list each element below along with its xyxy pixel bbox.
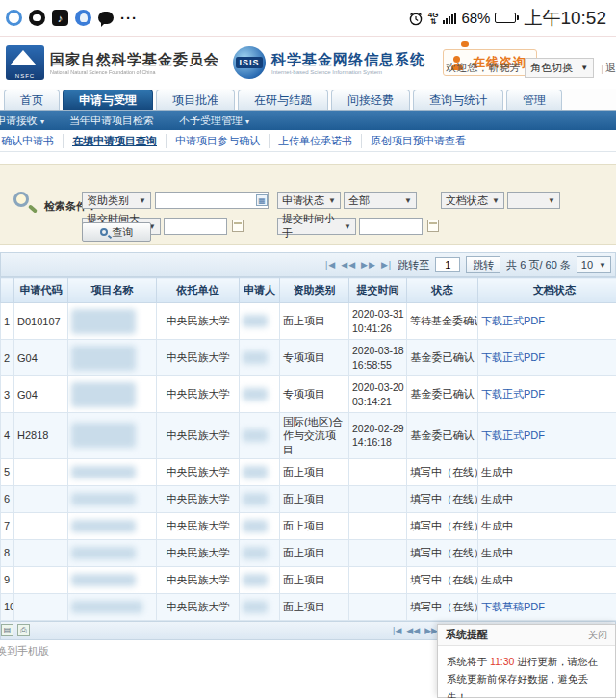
popup-close-button[interactable]: 关闭	[588, 629, 607, 642]
doc-status-cell[interactable]: 下载正式PDF	[478, 413, 616, 459]
status-cell: 基金委已确认	[407, 376, 478, 413]
subnav-current-year-search[interactable]: 当年申请项目检索	[69, 114, 154, 128]
applicant-cell	[240, 413, 280, 459]
doc-status-cell[interactable]: 下载正式PDF	[478, 303, 616, 340]
time-greater-input[interactable]	[164, 218, 227, 235]
apply-code-cell	[14, 539, 68, 566]
row-index: 1	[1, 303, 14, 340]
host-institution-cell: 中央民族大学	[157, 539, 240, 566]
doc-status-cell: 生成中	[478, 566, 616, 593]
system-notice-popup: 系统提醒 关闭 系统将于 11:30 进行更新，请您在系统更新前保存好数据，避免…	[437, 624, 616, 698]
download-pdf-link[interactable]: 下载正式PDF	[481, 315, 545, 326]
nsfc-logo: NSFC	[6, 45, 44, 80]
export-icon[interactable]: ▤	[1, 624, 13, 636]
qq-icon	[75, 10, 91, 26]
col-status: 状态	[407, 278, 478, 303]
apply-status-select[interactable]: 申请状态▼	[277, 192, 341, 209]
sub-nav-bar: 申请接收▾ 当年申请项目检索 不予受理管理▾	[0, 111, 616, 130]
role-switch-select[interactable]: 角色切换▼	[525, 58, 594, 78]
next-page-button[interactable]: ▶▶	[361, 260, 376, 270]
category-value-input[interactable]	[155, 192, 269, 209]
tab-indirect-funds[interactable]: 间接经费	[331, 90, 410, 110]
calendar-icon[interactable]	[427, 220, 439, 232]
funding-category-cell: 面上项目	[280, 593, 349, 620]
funding-category-cell: 面上项目	[280, 512, 349, 539]
project-name-cell	[68, 593, 157, 620]
first-page-button[interactable]: |◀	[325, 260, 336, 270]
jump-page-input[interactable]	[435, 257, 460, 272]
doc-generating-text: 生成中	[481, 520, 513, 531]
redacted-project-name	[71, 346, 136, 371]
link-in-progress-query[interactable]: 在填申请项目查询	[64, 134, 167, 148]
tab-apply-accept[interactable]: 申请与受理	[63, 90, 153, 110]
last-page-button[interactable]: ▶|	[381, 260, 392, 270]
doc-status-select[interactable]: 文档状态▼	[441, 192, 504, 209]
submit-time-cell: 2020-02-2914:16:18	[349, 413, 407, 459]
subnav-apply-receive[interactable]: 申请接收▾	[0, 114, 44, 128]
prev-page-button[interactable]: ◀◀	[341, 260, 356, 270]
tab-management[interactable]: 管理	[506, 90, 562, 110]
status-cell: 基金委已确认	[407, 413, 478, 459]
project-name-cell	[68, 340, 157, 376]
top-pagination-bar: |◀ ◀◀ ▶▶ ▶| 跳转至 跳转 共 6 页/ 60 条 10▼	[0, 252, 616, 277]
table-row: 1D010107中央民族大学面上项目2020-03-3110:41:26等待基金…	[1, 303, 616, 340]
query-button[interactable]: 查询	[82, 222, 151, 242]
tab-research-conclusion[interactable]: 在研与结题	[238, 90, 328, 110]
applicant-cell	[240, 512, 280, 539]
applicant-cell	[240, 593, 280, 620]
download-pdf-link[interactable]: 下载草稿PDF	[481, 601, 545, 612]
link-upload-commitment[interactable]: 上传单位承诺书	[270, 134, 362, 148]
table-row: 5中央民族大学面上项目填写中（在线）生成中	[1, 458, 616, 485]
time-less-select[interactable]: 提交时间小于▼	[277, 218, 356, 235]
chevron-down-icon: ▼	[599, 261, 606, 270]
col-apply-code: 申请代码	[14, 278, 68, 303]
prev-page-button[interactable]: ◀◀	[406, 626, 420, 635]
search-filter-panel: 检索条件： 资助类别▼ ▦ 申请状态▼ 全部▼ 文档状态▼ ▼ 提交时间大于▼ …	[0, 164, 616, 245]
jump-button[interactable]: 跳转	[466, 256, 500, 273]
col-index	[1, 278, 14, 303]
search-icon	[12, 190, 40, 219]
browser-icon	[6, 10, 22, 26]
page-size-select[interactable]: 10▼	[577, 256, 611, 273]
host-institution-cell: 中央民族大学	[157, 485, 240, 512]
doc-status-cell[interactable]: 下载正式PDF	[478, 340, 616, 376]
apply-code-cell: G04	[14, 340, 68, 376]
first-page-button[interactable]: |◀	[393, 626, 401, 635]
tab-home[interactable]: 首页	[4, 90, 60, 110]
next-page-button[interactable]: ▶▶	[424, 626, 438, 635]
col-host-institution: 依托单位	[157, 278, 240, 303]
calendar-icon[interactable]	[232, 220, 244, 232]
table-body: 1D010107中央民族大学面上项目2020-03-3110:41:26等待基金…	[1, 303, 616, 621]
signal-icon	[443, 13, 456, 24]
apply-status-value-select[interactable]: 全部▼	[344, 192, 417, 209]
doc-status-cell[interactable]: 下载正式PDF	[478, 376, 616, 413]
link-participation-confirm[interactable]: 申请项目参与确认	[167, 134, 270, 148]
print-icon[interactable]: ⎙	[17, 624, 30, 636]
message-icon	[98, 12, 114, 24]
redacted-applicant	[243, 315, 268, 327]
mobile-version-link[interactable]: 换到手机版	[0, 645, 49, 657]
link-confirm-application[interactable]: 确认申请书	[0, 134, 64, 148]
popup-message: 系统将于 11:30 进行更新，请您在系统更新前保存好数据，避免丢失！	[438, 646, 615, 698]
isis-logo: ISIS	[233, 46, 266, 79]
doc-status-cell[interactable]: 下载草稿PDF	[478, 593, 616, 620]
redacted-applicant	[243, 547, 268, 559]
tab-project-approval[interactable]: 项目批准	[156, 90, 235, 110]
chevron-down-icon: ▾	[245, 117, 249, 126]
subnav-rejection-management[interactable]: 不予受理管理▾	[179, 114, 249, 128]
download-pdf-link[interactable]: 下载正式PDF	[481, 351, 545, 363]
link-original-preapplication[interactable]: 原创项目预申请查看	[362, 134, 475, 148]
download-pdf-link[interactable]: 下载正式PDF	[481, 429, 545, 441]
category-select[interactable]: 资助类别▼	[82, 192, 151, 209]
main-tab-bar: 首页 申请与受理 项目批准 在研与结题 间接经费 查询与统计 管理	[0, 89, 616, 111]
chevron-down-icon: ▼	[492, 196, 500, 205]
category-picker-icon[interactable]: ▦	[256, 194, 268, 206]
row-index: 6	[1, 485, 14, 512]
site-header: NSFC 国家自然科学基金委员会 National Natural Scienc…	[0, 37, 616, 89]
col-applicant: 申请人	[240, 278, 280, 303]
time-less-input[interactable]	[359, 218, 423, 235]
download-pdf-link[interactable]: 下载正式PDF	[481, 388, 545, 400]
doc-status-value-select[interactable]: ▼	[507, 192, 560, 209]
logout-link[interactable]: 退	[605, 61, 616, 75]
tab-query-statistics[interactable]: 查询与统计	[413, 90, 503, 110]
